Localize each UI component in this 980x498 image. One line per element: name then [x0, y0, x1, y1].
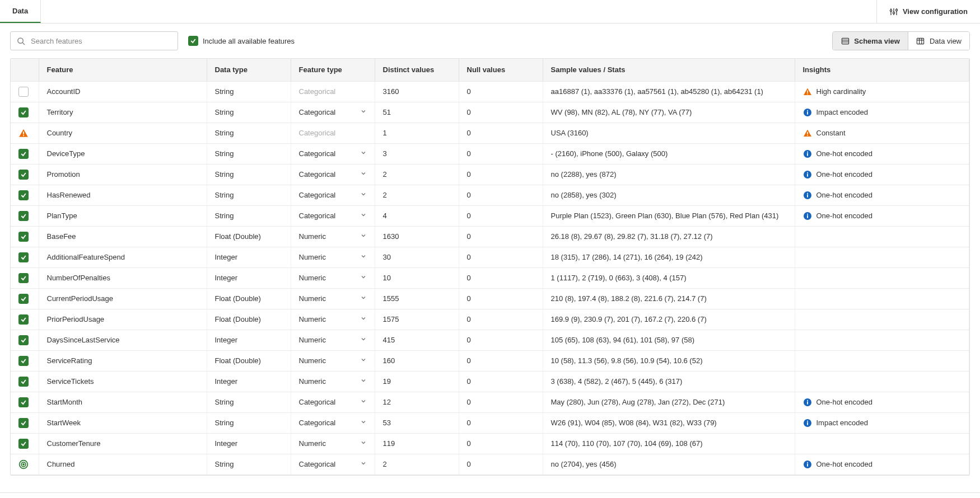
cell-feature-type[interactable]: Numeric — [291, 226, 375, 247]
th-samples[interactable]: Sample values / Stats — [543, 59, 795, 81]
cell-insights — [795, 247, 969, 267]
row-checkbox[interactable] — [18, 149, 29, 159]
cell-distinct: 3160 — [375, 81, 459, 102]
cell-feature-type[interactable]: Categorical — [291, 454, 375, 474]
chevron-down-icon[interactable] — [360, 108, 367, 116]
row-checkbox[interactable] — [18, 377, 29, 387]
chevron-down-icon[interactable] — [360, 294, 367, 303]
feature-type: Categorical — [299, 87, 336, 96]
sample-values: no (2704), yes (456) — [551, 460, 617, 468]
insight-label: One-hot encoded — [816, 191, 872, 199]
cell-nulls: 0 — [459, 123, 543, 143]
chevron-down-icon[interactable] — [360, 170, 367, 178]
cell-feature-type[interactable]: Numeric — [291, 267, 375, 288]
cell-feature-type[interactable]: Numeric — [291, 371, 375, 392]
chevron-down-icon[interactable] — [360, 253, 367, 261]
cell-feature-type[interactable]: Numeric — [291, 247, 375, 267]
th-feature[interactable]: Feature — [39, 59, 207, 81]
row-checkbox[interactable] — [18, 397, 29, 407]
row-checkbox[interactable] — [18, 314, 29, 325]
feature-type: Numeric — [299, 377, 326, 386]
row-checkbox[interactable] — [18, 294, 29, 304]
chevron-down-icon[interactable] — [360, 232, 367, 241]
cell-distinct: 53 — [375, 412, 459, 433]
cell-feature: ServiceRating — [39, 350, 207, 371]
feature-type: Numeric — [299, 274, 326, 282]
row-checkbox[interactable] — [18, 232, 29, 242]
cell-feature-type[interactable]: Categorical — [291, 205, 375, 226]
cell-nulls: 0 — [459, 350, 543, 371]
chevron-down-icon[interactable] — [360, 356, 367, 365]
svg-rect-26 — [807, 151, 808, 152]
chevron-down-icon[interactable] — [360, 315, 367, 323]
row-checkbox[interactable] — [18, 418, 29, 428]
chevron-down-icon[interactable] — [360, 191, 367, 199]
cell-insights: Constant — [795, 123, 969, 143]
cell-feature-type[interactable]: Categorical — [291, 412, 375, 433]
cell-feature-type[interactable]: Categorical — [291, 102, 375, 123]
th-nulls[interactable]: Null values — [459, 59, 543, 81]
chevron-down-icon[interactable] — [360, 419, 367, 427]
insight: Impact encoded — [803, 108, 962, 117]
feature-type: Numeric — [299, 336, 326, 344]
view-toggle: Schema view Data view — [832, 31, 970, 50]
cell-feature-type[interactable]: Categorical — [291, 143, 375, 164]
view-configuration-button[interactable]: View configuration — [876, 0, 980, 23]
chevron-down-icon[interactable] — [360, 274, 367, 282]
cell-feature-type[interactable]: Numeric — [291, 309, 375, 330]
table-row: BaseFee Float (Double) Numeric 1630 0 26… — [11, 226, 969, 247]
search-input[interactable] — [30, 36, 172, 46]
distinct-value: 51 — [383, 108, 391, 116]
cell-feature-type[interactable]: Categorical — [291, 164, 375, 185]
cell-data-type: String — [207, 205, 291, 226]
data-view-button[interactable]: Data view — [908, 32, 969, 50]
view-configuration-label: View configuration — [903, 7, 968, 16]
wizard-footer: Back Run experiment — [0, 492, 980, 499]
chevron-down-icon[interactable] — [360, 398, 367, 406]
cell-nulls: 0 — [459, 330, 543, 350]
sample-values: May (280), Jun (278), Aug (278), Jan (27… — [551, 398, 725, 406]
row-checkbox[interactable] — [18, 356, 29, 366]
feature-name: NumberOfPenalties — [47, 274, 110, 282]
include-all-toggle[interactable]: Include all available features — [188, 36, 295, 46]
chevron-down-icon[interactable] — [360, 439, 367, 448]
insight-label: Constant — [816, 129, 846, 137]
th-data-type[interactable]: Data type — [207, 59, 291, 81]
feature-name: Churned — [47, 460, 75, 468]
cell-feature-type[interactable]: Categorical — [291, 392, 375, 412]
row-checkbox[interactable] — [18, 273, 29, 283]
row-checkbox[interactable] — [18, 190, 29, 200]
schema-view-button[interactable]: Schema view — [833, 32, 908, 50]
chevron-down-icon[interactable] — [360, 377, 367, 386]
th-distinct[interactable]: Distinct values — [375, 59, 459, 81]
tab-data[interactable]: Data — [0, 0, 41, 23]
feature-type: Categorical — [299, 419, 336, 427]
row-checkbox[interactable] — [18, 211, 29, 221]
chevron-down-icon[interactable] — [360, 149, 367, 158]
chevron-down-icon[interactable] — [360, 336, 367, 344]
include-all-checkbox[interactable] — [188, 36, 198, 46]
chevron-down-icon[interactable] — [360, 212, 367, 220]
search-features-wrap[interactable] — [10, 31, 178, 50]
cell-samples: 3 (638), 4 (582), 2 (467), 5 (445), 6 (3… — [543, 371, 795, 392]
row-checkbox[interactable] — [18, 87, 29, 97]
cell-nulls: 0 — [459, 81, 543, 102]
chevron-down-icon[interactable] — [360, 460, 367, 468]
row-checkbox[interactable] — [18, 439, 29, 449]
data-type: String — [215, 191, 234, 199]
row-checkbox[interactable] — [18, 170, 29, 180]
insight-label: Impact encoded — [816, 108, 869, 116]
cell-feature-type[interactable]: Numeric — [291, 433, 375, 454]
cell-feature-type[interactable]: Numeric — [291, 288, 375, 309]
svg-rect-25 — [807, 153, 808, 156]
th-feature-type[interactable]: Feature type — [291, 59, 375, 81]
cell-feature-type[interactable]: Numeric — [291, 330, 375, 350]
row-checkbox[interactable] — [18, 107, 29, 118]
row-checkbox[interactable] — [18, 335, 29, 345]
target-icon — [18, 459, 29, 469]
cell-feature-type[interactable]: Categorical — [291, 185, 375, 205]
table-row: PriorPeriodUsage Float (Double) Numeric … — [11, 309, 969, 330]
row-checkbox[interactable] — [18, 252, 29, 262]
th-insights[interactable]: Insights — [795, 59, 969, 81]
cell-feature-type[interactable]: Numeric — [291, 350, 375, 371]
